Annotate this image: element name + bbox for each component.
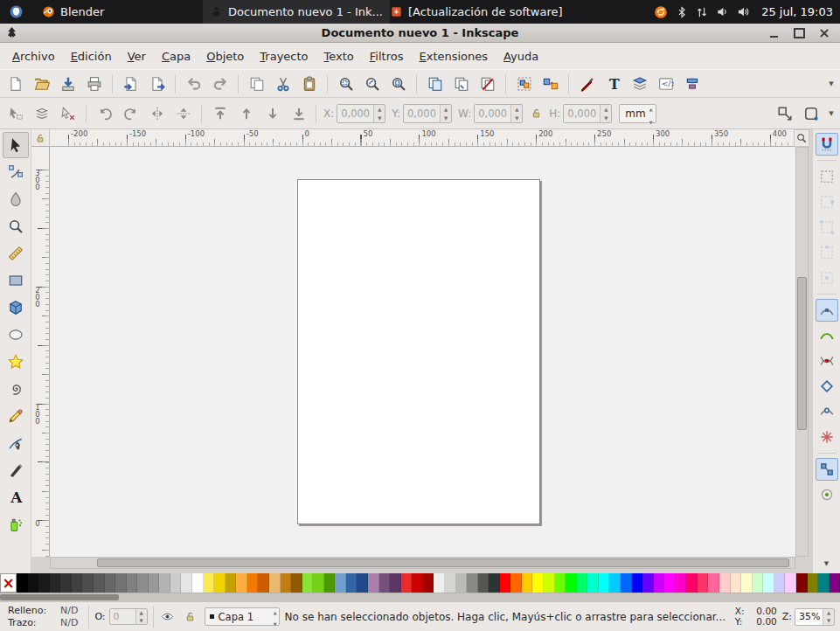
select-all-layers-button[interactable] — [29, 101, 54, 126]
palette-swatch[interactable] — [719, 573, 731, 593]
menu-extensiones[interactable]: Extensiones — [411, 45, 496, 67]
zoom-page-button[interactable] — [385, 71, 411, 96]
palette-swatch[interactable] — [785, 573, 796, 593]
lower-button[interactable] — [260, 101, 285, 126]
zoom-input[interactable]: 35% — [795, 608, 835, 626]
lock-ratio-toggle[interactable] — [526, 104, 545, 123]
sticky-zoom-toggle[interactable] — [794, 129, 809, 147]
volume-low-icon[interactable] — [716, 5, 729, 18]
raise-button[interactable] — [233, 101, 259, 126]
menu-archivo[interactable]: Archivo — [4, 45, 63, 67]
titlebar[interactable]: Documento nuevo 1 - Inkscape — [0, 24, 840, 43]
software-update-icon[interactable] — [654, 5, 668, 19]
palette-swatch[interactable] — [302, 573, 314, 593]
spinner-arrows[interactable] — [373, 105, 385, 122]
ellipse-tool-button[interactable] — [3, 322, 29, 348]
transform-corners-toggle-button[interactable] — [798, 101, 823, 126]
layer-spinner[interactable] — [274, 606, 277, 628]
zoom-tool-button[interactable] — [3, 213, 29, 239]
palette-swatch[interactable] — [654, 573, 665, 593]
spinner-up-icon[interactable] — [511, 105, 522, 114]
palette-swatch[interactable] — [127, 573, 138, 593]
fill-stroke-indicator[interactable]: Relleno: N/D Trazo: N/D — [3, 605, 83, 628]
flip-horizontal-button[interactable] — [144, 101, 170, 126]
text-dialog-button[interactable]: T — [600, 71, 626, 96]
tweak-tool-button[interactable] — [3, 186, 29, 212]
field-h-input[interactable]: 0,000 — [563, 104, 612, 123]
snap-bbox-edges-button[interactable] — [816, 191, 838, 213]
palette-swatch[interactable] — [445, 573, 456, 593]
palette-swatch[interactable] — [698, 573, 709, 593]
layer-selector[interactable]: Capa 1 — [205, 607, 280, 626]
horizontal-scrollbar-thumb[interactable] — [97, 558, 789, 567]
menu-capa[interactable]: Capa — [154, 45, 198, 67]
vertical-scrollbar[interactable] — [795, 147, 809, 557]
snap-object-centers-button[interactable] — [816, 483, 838, 506]
spinner-arrows[interactable] — [510, 105, 522, 122]
snap-bbox-centers-button[interactable] — [816, 267, 838, 289]
palette-swatch[interactable] — [686, 573, 698, 593]
palette-swatch[interactable] — [500, 573, 511, 593]
taskbar-item-software-updater[interactable]: [Actualización de software] — [383, 0, 570, 24]
palette-swatch[interactable] — [159, 573, 170, 593]
palette-swatch[interactable] — [489, 573, 500, 593]
palette-swatch[interactable] — [664, 573, 676, 593]
palette-swatch[interactable] — [170, 573, 182, 593]
snap-bbox-corners-button[interactable] — [816, 216, 838, 239]
spinner-up-icon[interactable] — [374, 105, 385, 114]
field-x-input[interactable]: 0,000 — [337, 104, 385, 123]
snap-bbox-button[interactable] — [816, 165, 838, 188]
snap-path-intersections-button[interactable] — [816, 350, 838, 372]
bluetooth-icon[interactable] — [676, 6, 688, 18]
palette-swatch[interactable] — [50, 573, 61, 593]
snap-bbox-edge-midpoints-button[interactable] — [816, 241, 838, 264]
palette-swatch[interactable] — [434, 573, 445, 593]
transform-stroke-toggle-button[interactable] — [772, 101, 797, 126]
palette-swatch[interactable] — [236, 573, 247, 593]
app-menu-button[interactable] — [0, 0, 31, 24]
palette-swatch[interactable] — [247, 573, 259, 593]
opacity-input[interactable]: 0 — [109, 608, 148, 625]
overflow-chevron-icon[interactable] — [825, 98, 837, 128]
palette-swatch[interactable] — [522, 573, 533, 593]
export-document-button[interactable] — [144, 71, 170, 96]
spinner-arrows[interactable] — [440, 105, 451, 122]
vertical-ruler[interactable]: 3 0 02 0 01 0 00 — [31, 147, 50, 557]
palette-swatch[interactable] — [423, 573, 434, 593]
palette-swatch[interactable] — [291, 573, 302, 593]
menu-filtros[interactable]: Filtros — [362, 45, 412, 67]
lower-to-bottom-button[interactable] — [286, 101, 311, 126]
palette-scrollbar[interactable] — [0, 593, 840, 601]
field-y-input[interactable]: 0,000 — [403, 104, 452, 123]
palette-swatch[interactable] — [555, 573, 566, 593]
calligraphy-tool-button[interactable] — [3, 457, 29, 483]
snap-others-button[interactable] — [816, 458, 838, 481]
horizontal-scrollbar[interactable] — [50, 557, 795, 569]
snap-cusp-nodes-button[interactable] — [816, 375, 838, 398]
box3d-tool-button[interactable] — [3, 295, 29, 321]
guide-lock-toggle[interactable] — [31, 129, 50, 147]
palette-swatch[interactable] — [731, 573, 742, 593]
palette-swatch[interactable] — [532, 573, 544, 593]
spinner-up-icon[interactable] — [600, 105, 611, 114]
spiral-tool-button[interactable] — [3, 376, 29, 402]
palette-swatch[interactable] — [401, 573, 413, 593]
unlink-clone-button[interactable] — [475, 71, 500, 96]
pen-tool-button[interactable] — [3, 430, 29, 456]
snap-midpoints-button[interactable] — [816, 426, 838, 448]
overflow-chevron-icon[interactable] — [825, 70, 837, 97]
align-dialog-button[interactable] — [679, 71, 705, 96]
no-color-swatch[interactable] — [0, 573, 17, 593]
fill-stroke-dialog-button[interactable] — [574, 71, 600, 96]
selector-tool-button[interactable] — [3, 132, 29, 158]
palette-swatch[interactable] — [774, 573, 786, 593]
palette-swatch[interactable] — [379, 573, 391, 593]
palette-swatch[interactable] — [796, 573, 808, 593]
palette-swatch[interactable] — [17, 573, 28, 593]
palette-swatch[interactable] — [269, 573, 281, 593]
palette-swatch[interactable] — [676, 573, 687, 593]
menu-objeto[interactable]: Objeto — [198, 45, 252, 67]
canvas[interactable] — [50, 147, 795, 557]
palette-swatch[interactable] — [60, 573, 72, 593]
palette-swatch[interactable] — [599, 573, 610, 593]
